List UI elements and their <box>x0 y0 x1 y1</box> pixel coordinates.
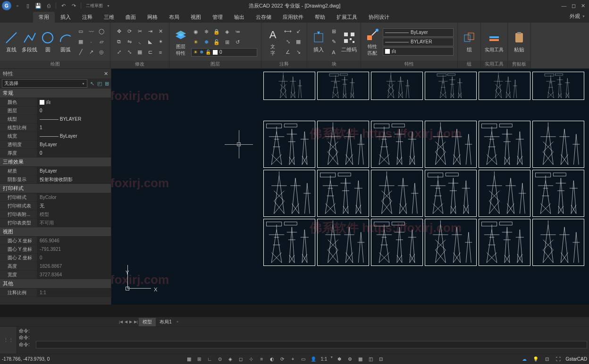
selection-cycling-icon[interactable]: ⟳ <box>278 356 286 363</box>
qat-print-icon[interactable]: ⎙ <box>44 1 53 10</box>
ribbon-tab-cloud[interactable]: 云存储 <box>250 12 277 23</box>
props-section-3d[interactable]: 三维效果 <box>0 157 111 167</box>
select-objects-icon[interactable]: ◰ <box>97 81 102 87</box>
point-icon[interactable]: ∙ <box>86 37 96 47</box>
model-icon[interactable]: ▭ <box>299 356 307 363</box>
ribbon-tab-help[interactable]: 帮助 <box>309 12 331 23</box>
cloud-icon[interactable]: ☁ <box>520 356 529 363</box>
osnap-icon[interactable]: ◻ <box>236 356 245 363</box>
mleader-icon[interactable]: ↘ <box>294 48 303 57</box>
layer-iso-icon[interactable]: ◈ <box>222 27 232 37</box>
ortho-icon[interactable]: ∟ <box>205 356 214 363</box>
ribbon-tab-manage[interactable]: 管理 <box>207 12 228 23</box>
arc-button[interactable]: 圆弧 <box>58 30 73 53</box>
layer-match-icon[interactable]: ≔ <box>233 27 242 37</box>
lweight-icon[interactable]: ≡ <box>257 356 266 363</box>
insert-button[interactable]: 插入 <box>311 30 326 53</box>
close-button[interactable]: ✕ <box>579 2 587 9</box>
props-close-icon[interactable]: ✕ <box>104 71 108 77</box>
prop-cy-value[interactable]: -791.3921 <box>37 245 111 253</box>
match-props-button[interactable]: 特性 匹配 <box>365 27 380 57</box>
prop-ptable-value[interactable]: 无 <box>37 202 111 210</box>
color-combo[interactable]: —————ByLayer <box>383 28 454 37</box>
qat-open-icon[interactable]: ▯ <box>24 1 32 10</box>
iso-icon[interactable]: ◈ <box>226 356 235 363</box>
circle-button[interactable]: 圆 <box>40 30 55 53</box>
trim-icon[interactable]: ✂ <box>135 27 144 36</box>
snap-mode-icon[interactable]: ⊞ <box>195 356 203 363</box>
minimize-button[interactable]: — <box>560 2 568 9</box>
layer-off-icon[interactable]: ◉ <box>191 27 201 37</box>
ribbon-tab-home[interactable]: 常用 <box>33 12 55 23</box>
ribbon-tab-layout[interactable]: 布局 <box>163 12 185 23</box>
ribbon-tab-3d[interactable]: 三维 <box>98 12 120 23</box>
workspace-icon[interactable]: ⚙ <box>345 356 354 363</box>
props-section-general[interactable]: 常规 <box>0 89 111 98</box>
ribbon-tab-surface[interactable]: 曲面 <box>120 12 142 23</box>
prop-color-value[interactable]: 白 <box>37 98 111 106</box>
ribbon-tab-annotate[interactable]: 注释 <box>76 12 98 23</box>
donut-icon[interactable]: ◎ <box>97 48 106 57</box>
hatch-icon[interactable]: ▦ <box>76 37 85 47</box>
ribbon-tab-view[interactable]: 视图 <box>185 12 207 23</box>
group-button[interactable]: 组 <box>462 30 477 53</box>
grid-mode-icon[interactable]: ▦ <box>185 356 193 363</box>
prop-w-value[interactable]: 3727.8364 <box>37 271 111 279</box>
extend-icon[interactable]: ⇥ <box>145 27 155 36</box>
move-icon[interactable]: ✥ <box>114 27 124 36</box>
layout-add[interactable]: + <box>176 320 180 324</box>
scale-icon[interactable]: ⤡ <box>125 48 134 57</box>
util-button[interactable]: 实用工具 <box>485 31 504 53</box>
layout-nav-last[interactable]: ▶| <box>133 320 139 324</box>
layer-merge-icon[interactable]: ⊞ <box>222 38 232 47</box>
rect-icon[interactable]: ▭ <box>76 27 85 36</box>
lock-ui-icon[interactable]: ⊡ <box>543 356 551 363</box>
layout-nav-prev[interactable]: ◀ <box>124 320 128 324</box>
layer-thaw-icon[interactable]: ❅ <box>202 38 211 47</box>
layer-combo[interactable]: ☀❅🔓0 <box>191 48 257 57</box>
qat-new-icon[interactable]: ▫ <box>13 1 22 10</box>
otrack-icon[interactable]: ⊹ <box>247 356 255 363</box>
app-logo[interactable]: G <box>2 1 11 10</box>
leader-icon[interactable]: ↙ <box>294 27 303 36</box>
prop-trans-value[interactable]: ByLayer <box>37 141 111 149</box>
qat-undo-icon[interactable]: ↶ <box>59 1 67 10</box>
spline-icon[interactable]: 〰 <box>86 27 96 36</box>
prop-shadow-value[interactable]: 投射和接收阴影 <box>37 175 111 183</box>
hardware-accel-icon[interactable]: ▦ <box>356 356 364 363</box>
workspace-dropdown[interactable]: 二维草图 <box>84 3 105 9</box>
xline-icon[interactable]: ╱ <box>76 48 85 57</box>
offset-icon[interactable]: ⊏ <box>145 48 155 57</box>
layout-tab-1[interactable]: 布局1 <box>156 318 176 326</box>
ribbon-tab-output[interactable]: 输出 <box>228 12 250 23</box>
props-section-view[interactable]: 视图 <box>0 227 111 237</box>
line-button[interactable]: 直线 <box>4 30 19 53</box>
prop-pattach-value[interactable]: 模型 <box>37 210 111 218</box>
prop-linetype-value[interactable]: ———— BYLAYER <box>37 115 111 123</box>
notification-icon[interactable]: 💡 <box>531 356 540 363</box>
drawing-canvas[interactable]: Y X 佛系软 <box>111 69 589 305</box>
prop-lscale-value[interactable]: 1 <box>37 124 111 132</box>
ribbon-tab-mesh[interactable]: 网格 <box>142 12 163 23</box>
pickadd-icon[interactable]: ⊞ <box>105 81 109 87</box>
cmd-handle[interactable]: ⋮⋮ <box>0 327 17 354</box>
prop-h-value[interactable]: 1826.8867 <box>37 262 111 270</box>
align-icon[interactable]: ≡ <box>156 48 165 57</box>
prop-pstyle-value[interactable]: ByColor <box>37 193 111 201</box>
explode-icon[interactable]: ✶ <box>156 37 165 47</box>
props-section-misc[interactable]: 其他 <box>0 279 111 289</box>
region-icon[interactable]: ▱ <box>97 37 106 47</box>
fullscreen-icon[interactable]: ⛶ <box>554 356 563 363</box>
paste-button[interactable]: 粘贴 <box>512 30 527 53</box>
qrcode-button[interactable]: 二维码 <box>341 30 357 53</box>
annoscale-icon[interactable]: 👤 <box>309 356 318 363</box>
lineweight-combo[interactable]: 白 <box>383 47 454 56</box>
dim-linear-icon[interactable]: ⟷ <box>283 27 293 36</box>
prop-cx-value[interactable]: 665.9046 <box>37 237 111 245</box>
layer-props-button[interactable]: 图层 特性 <box>173 27 188 57</box>
text-button[interactable]: A文 字 <box>265 27 280 57</box>
dim-angular-icon[interactable]: ∠ <box>283 48 293 57</box>
layer-lock-icon[interactable]: 🔒 <box>212 27 221 37</box>
prop-ptype-value[interactable]: 不可用 <box>37 219 111 227</box>
attdef-icon[interactable]: A <box>329 48 338 57</box>
